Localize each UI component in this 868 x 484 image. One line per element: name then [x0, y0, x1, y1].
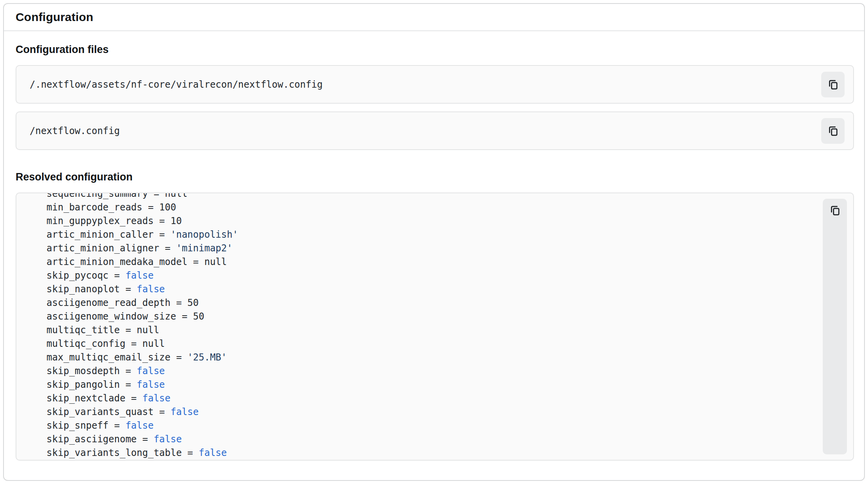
- resolved-configuration-heading: Resolved configuration: [16, 171, 852, 183]
- code-line: skip_nanoplot = false: [30, 283, 810, 296]
- code-line: skip_nextclade = false: [30, 392, 810, 405]
- code-line: artic_minion_caller = 'nanopolish': [30, 228, 810, 242]
- code-line: sequencing_summary = null: [30, 193, 810, 201]
- code-line: skip_pycoqc = false: [30, 269, 810, 283]
- card-header: Configuration: [4, 4, 864, 31]
- code-line: multiqc_title = null: [30, 323, 810, 337]
- code-line: asciigenome_window_size = 50: [30, 310, 810, 323]
- copy-icon: [829, 204, 841, 216]
- resolved-config-box: sequencing_summary = null min_barcode_re…: [16, 193, 854, 461]
- configuration-card: Configuration Configuration files /.next…: [3, 3, 865, 481]
- code-line: skip_pangolin = false: [30, 378, 810, 392]
- copy-icon: [827, 125, 839, 137]
- code-line: skip_asciigenome = false: [30, 433, 810, 446]
- config-file-path: /.nextflow/assets/nf-core/viralrecon/nex…: [30, 79, 322, 90]
- page-title: Configuration: [16, 11, 93, 24]
- resolved-config-scroll-area[interactable]: sequencing_summary = null min_barcode_re…: [30, 193, 810, 460]
- code-line: skip_snpeff = false: [30, 419, 810, 433]
- card-body: Configuration files /.nextflow/assets/nf…: [4, 31, 864, 472]
- config-file-path: /nextflow.config: [30, 125, 120, 136]
- code-line: artic_minion_aligner = 'minimap2': [30, 242, 810, 255]
- code-line: min_barcode_reads = 100: [30, 201, 810, 214]
- copy-button[interactable]: [823, 199, 847, 454]
- code-line: skip_variants_quast = false: [30, 405, 810, 419]
- code-line: skip_variants_long_table = false: [30, 446, 810, 460]
- config-file-box: /.nextflow/assets/nf-core/viralrecon/nex…: [16, 65, 854, 104]
- copy-icon: [827, 78, 839, 90]
- copy-button[interactable]: [821, 118, 845, 144]
- code-line: max_multiqc_email_size = '25.MB': [30, 351, 810, 364]
- code-line: min_guppyplex_reads = 10: [30, 214, 810, 228]
- code-line: asciigenome_read_depth = 50: [30, 296, 810, 310]
- resolved-config-code: sequencing_summary = null min_barcode_re…: [30, 193, 810, 460]
- code-line: multiqc_config = null: [30, 337, 810, 351]
- code-line: artic_minion_medaka_model = null: [30, 255, 810, 269]
- configuration-files-heading: Configuration files: [16, 44, 852, 56]
- config-file-box: /nextflow.config: [16, 111, 854, 150]
- copy-button[interactable]: [821, 72, 845, 97]
- code-line: skip_mosdepth = false: [30, 364, 810, 378]
